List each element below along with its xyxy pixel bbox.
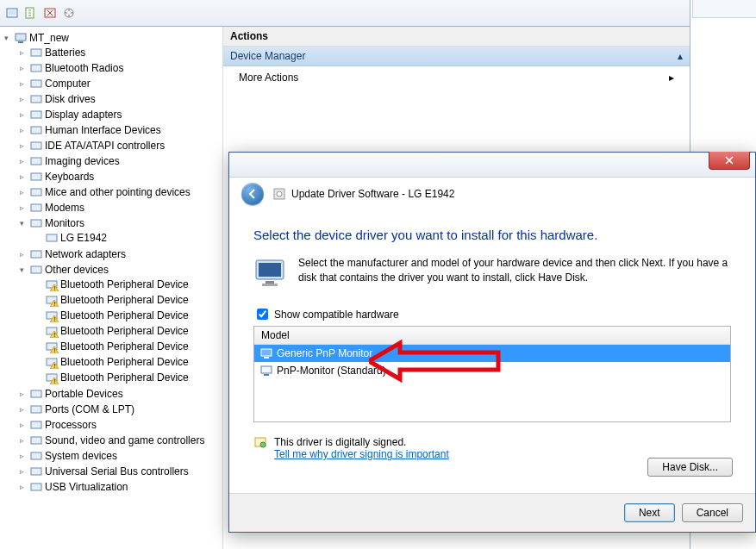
collapse-icon[interactable]: ▾ (2, 34, 10, 42)
expand-icon[interactable]: ▹ (17, 467, 26, 476)
tree-item-label: Sound, video and game controllers (45, 434, 204, 446)
expand-icon[interactable]: ▹ (17, 126, 26, 134)
tree-item-label: Bluetooth Peripheral Device (60, 340, 189, 352)
tree-item[interactable]: ▹Processors (17, 418, 222, 432)
device-icon (29, 92, 43, 106)
actions-header: Actions (223, 27, 690, 47)
model-list[interactable]: Model Generic PnP MonitorPnP-Monitor (St… (253, 326, 731, 422)
toolbar-icon[interactable] (24, 6, 38, 20)
device-icon (45, 231, 59, 245)
tree-item[interactable]: !Bluetooth Peripheral Device (33, 293, 222, 307)
expand-icon[interactable]: ▾ (17, 219, 26, 228)
svg-rect-17 (31, 204, 41, 211)
next-button[interactable]: Next (624, 503, 675, 522)
tree-item[interactable]: ▾Other devices (17, 263, 222, 277)
tree-item[interactable]: ▹USB Virtualization (17, 480, 222, 494)
tree-item[interactable]: LG E1942 (33, 231, 222, 245)
expand-icon[interactable]: ▹ (17, 48, 26, 57)
expand-icon[interactable]: ▹ (17, 141, 26, 150)
tree-root-label: MT_new (29, 32, 69, 44)
cancel-button[interactable]: Cancel (682, 503, 743, 522)
tree-item[interactable]: ▹Keyboards (17, 170, 222, 184)
tree-item[interactable]: !Bluetooth Peripheral Device (33, 324, 222, 338)
expand-icon[interactable]: ▹ (17, 436, 26, 445)
expand-icon[interactable]: ▹ (17, 79, 26, 88)
model-label: PnP-Monitor (Standard) (277, 365, 386, 377)
show-compatible-checkbox[interactable]: Show compatible hardware (253, 306, 731, 322)
svg-text:!: ! (53, 363, 55, 369)
device-icon (29, 263, 43, 277)
tree-item[interactable]: ▹Universal Serial Bus controllers (17, 465, 222, 478)
expand-icon[interactable]: ▹ (17, 483, 26, 491)
svg-rect-6 (18, 41, 23, 43)
expand-icon[interactable]: ▹ (17, 405, 26, 414)
tree-item[interactable]: ▹Display adapters (17, 108, 222, 122)
tree-item[interactable]: ▹Bluetooth Radios (17, 61, 222, 75)
expand-icon[interactable]: ▹ (17, 110, 26, 119)
have-disk-button[interactable]: Have Disk... (647, 458, 733, 477)
tree-item[interactable]: ▹IDE ATA/ATAPI controllers (17, 139, 222, 153)
tree-item-label: Imaging devices (45, 155, 120, 167)
tree-item-label: Human Interface Devices (45, 124, 161, 136)
toolbar (0, 0, 690, 27)
toolbar-icon[interactable] (5, 6, 19, 20)
back-button[interactable] (241, 183, 264, 205)
expand-icon[interactable]: ▹ (17, 452, 26, 460)
tree-item[interactable]: ▹Portable Devices (17, 387, 222, 401)
expand-icon[interactable]: ▹ (17, 95, 26, 103)
toolbar-icon[interactable] (62, 6, 76, 20)
tree-item[interactable]: ▹Batteries (17, 46, 222, 59)
svg-text:!: ! (53, 347, 55, 353)
tree-item[interactable]: ▹Ports (COM & LPT) (17, 402, 222, 416)
device-icon (29, 108, 43, 122)
expand-icon[interactable]: ▹ (17, 172, 26, 181)
tree-item[interactable]: !Bluetooth Peripheral Device (33, 309, 222, 322)
show-compat-input[interactable] (257, 309, 268, 320)
tree-item[interactable]: ▹Sound, video and game controllers (17, 434, 222, 447)
tree-item[interactable]: !Bluetooth Peripheral Device (33, 340, 222, 353)
model-item[interactable]: Generic PnP Monitor (254, 345, 730, 362)
actions-group[interactable]: Device Manager ▴ (223, 47, 690, 66)
expand-icon[interactable]: ▹ (17, 157, 26, 165)
monitor-large-icon (253, 256, 288, 290)
tree-item[interactable]: ▹Network adapters (17, 247, 222, 261)
device-icon: ! (45, 355, 59, 369)
tree-item[interactable]: ▹System devices (17, 449, 222, 463)
expand-icon[interactable]: ▹ (17, 64, 26, 72)
expand-icon[interactable]: ▹ (17, 390, 26, 398)
model-item[interactable]: PnP-Monitor (Standard) (254, 362, 730, 379)
tree-item[interactable]: ▹Imaging devices (17, 154, 222, 168)
tree-item[interactable]: ▹Disk drives (17, 92, 222, 106)
svg-rect-11 (31, 111, 41, 118)
tree-item[interactable]: !Bluetooth Peripheral Device (33, 355, 222, 369)
tree-item[interactable]: ▹Human Interface Devices (17, 123, 222, 137)
toolbar-icon[interactable] (43, 6, 57, 20)
tree-item-label: Network adapters (45, 248, 126, 260)
device-tree[interactable]: ▾ MT_new ▹Batteries▹Bluetooth Radios▹Com… (0, 27, 223, 549)
svg-rect-16 (31, 189, 41, 196)
tree-item[interactable]: ▾Monitors (17, 216, 222, 230)
device-icon: ! (45, 278, 59, 291)
device-icon (29, 216, 43, 230)
tree-item[interactable]: !Bluetooth Peripheral Device (33, 371, 222, 384)
tree-root[interactable]: ▾ MT_new (2, 31, 222, 45)
svg-text:!: ! (53, 301, 55, 307)
actions-more[interactable]: More Actions ▸ (223, 66, 690, 89)
dialog-titlebar[interactable] (229, 153, 755, 178)
device-icon (29, 247, 43, 261)
tree-item[interactable]: ▹Modems (17, 201, 222, 215)
expand-icon[interactable]: ▾ (17, 265, 26, 274)
expand-icon[interactable]: ▹ (17, 203, 26, 212)
tree-item[interactable]: ▹Mice and other pointing devices (17, 185, 222, 199)
close-button[interactable] (709, 152, 750, 170)
tree-item[interactable]: ▹Computer (17, 77, 222, 90)
tree-item-label: Bluetooth Peripheral Device (60, 309, 189, 321)
device-icon (29, 465, 43, 478)
device-icon (29, 201, 43, 215)
tree-item[interactable]: !Bluetooth Peripheral Device (33, 278, 222, 291)
why-signing-link[interactable]: Tell me why driver signing is important (274, 448, 449, 460)
expand-icon[interactable]: ▹ (17, 421, 26, 429)
expand-icon[interactable]: ▹ (17, 250, 26, 259)
expand-icon[interactable]: ▹ (17, 188, 26, 197)
tree-item-label: LG E1942 (60, 232, 107, 244)
